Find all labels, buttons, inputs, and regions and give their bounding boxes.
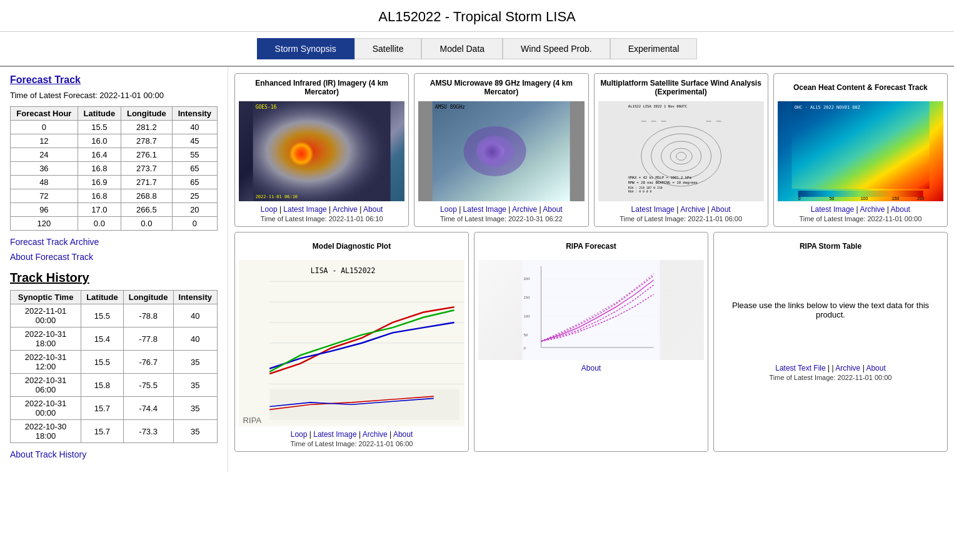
card-ripa-forecast-title: RIPA Forecast <box>566 236 616 256</box>
forecast-table-row: 0 15.5 281.2 40 <box>11 121 218 134</box>
link-ir-loop[interactable]: Loop <box>261 205 278 214</box>
link-model-archive[interactable]: Archive <box>363 430 388 439</box>
about-track-history-link[interactable]: About Track History <box>10 449 86 459</box>
svg-text:LISA - AL152022: LISA - AL152022 <box>311 266 376 275</box>
link-ohc-about[interactable]: About <box>891 205 910 214</box>
link-amsu-about[interactable]: About <box>543 205 562 214</box>
forecast-cell-lat: 0.0 <box>78 217 121 231</box>
svg-text:100: 100 <box>524 314 531 318</box>
forecast-track-link[interactable]: Forecast Track <box>10 74 81 85</box>
forecast-cell-lon: 281.2 <box>121 121 172 134</box>
card-model-diag-image[interactable]: LISA - AL152022 <box>239 260 464 426</box>
card-ripa-forecast: RIPA Forecast <box>474 232 708 452</box>
tab-model-data[interactable]: Model Data <box>421 38 503 59</box>
track-cell-intensity: 40 <box>173 328 217 351</box>
ripa-storm-text: Please use the links below to view the t… <box>718 294 943 326</box>
link-amsu-archive[interactable]: Archive <box>512 205 537 214</box>
link-ohc-latest[interactable]: Latest Image <box>811 205 854 214</box>
forecast-cell-lat: 16.8 <box>78 162 121 176</box>
svg-text:VMAX = 42 kt MSLP = 1001.2 hPa: VMAX = 42 kt MSLP = 1001.2 hPa <box>628 176 691 179</box>
forecast-cell-lat: 16.8 <box>78 189 121 203</box>
forecast-cell-lat: 15.5 <box>78 121 121 134</box>
svg-text:OHC - AL15 2022 NOV01 00Z: OHC - AL15 2022 NOV01 00Z <box>794 105 860 110</box>
forecast-cell-intensity: 65 <box>172 162 217 176</box>
card-enhanced-ir-time: Time of Latest Image: 2022-11-01 06:10 <box>261 215 383 222</box>
card-wind-links: Latest Image | Archive | About <box>631 205 731 214</box>
tab-satellite[interactable]: Satellite <box>354 38 422 59</box>
link-wind-latest[interactable]: Latest Image <box>631 205 675 214</box>
link-model-loop[interactable]: Loop <box>291 430 308 439</box>
card-wind-image[interactable]: AL1522 LISA 2022 1 Nov 06UTC <box>598 101 764 201</box>
track-table-row: 2022-10-31 06:00 15.8 -75.5 35 <box>11 374 218 397</box>
svg-text:50: 50 <box>524 333 528 337</box>
card-ohc-image[interactable]: OHC - AL15 2022 NOV01 00Z <box>778 101 943 201</box>
track-table-row: 2022-10-31 00:00 15.7 -74.4 35 <box>11 397 218 420</box>
track-cell-lon: -77.8 <box>123 328 173 351</box>
svg-text:2022-11-01 06:10: 2022-11-01 06:10 <box>256 194 298 199</box>
forecast-col-lat: Latitude <box>78 107 121 121</box>
link-ripa-storm-about[interactable]: About <box>866 364 885 372</box>
forecast-time: Time of Latest Forecast: 2022-11-01 00:0… <box>10 91 218 100</box>
link-ripa-storm-text[interactable]: Latest Text File <box>775 364 825 372</box>
link-amsu-latest[interactable]: Latest Image <box>463 205 506 214</box>
svg-point-5 <box>464 126 526 176</box>
link-wind-about[interactable]: About <box>711 205 730 214</box>
svg-text:RIPA: RIPA <box>243 416 262 425</box>
about-track-history-section: About Track History <box>10 449 218 459</box>
tab-storm-synopsis[interactable]: Storm Synopsis <box>257 38 354 59</box>
card-enhanced-ir: Enhanced Infrared (IR) Imagery (4 km Mer… <box>234 73 409 227</box>
link-ripa-storm-archive[interactable]: Archive <box>835 364 860 372</box>
svg-rect-25 <box>791 101 929 189</box>
card-amsu-image[interactable]: AMSU 89GHz <box>418 101 584 201</box>
link-ir-about[interactable]: About <box>363 205 383 214</box>
forecast-track-archive-link[interactable]: Forecast Track Archive <box>10 237 99 247</box>
card-amsu: AMSU Microwave 89 GHz Imagery (4 km Merc… <box>414 73 588 227</box>
card-ripa-forecast-image[interactable]: 0 50 100 150 200 <box>478 260 704 360</box>
forecast-cell-lat: 17.0 <box>78 203 121 217</box>
svg-rect-41 <box>269 389 459 420</box>
link-model-about[interactable]: About <box>393 430 413 439</box>
link-ohc-archive[interactable]: Archive <box>860 205 885 214</box>
forecast-cell-hour: 24 <box>11 148 78 162</box>
track-cell-intensity: 35 <box>173 374 217 397</box>
svg-rect-43 <box>523 260 660 360</box>
link-ir-archive[interactable]: Archive <box>333 205 358 214</box>
svg-text:AL1522  LISA 2022  1 Nov 06UTC: AL1522 LISA 2022 1 Nov 06UTC <box>628 104 686 108</box>
card-ohc-time: Time of Latest Image: 2022-11-01 00:00 <box>799 215 921 222</box>
svg-text:50: 50 <box>829 196 834 201</box>
link-ripa-forecast-about[interactable]: About <box>581 364 601 372</box>
tab-wind-speed-prob[interactable]: Wind Speed Prob. <box>503 38 610 59</box>
card-wind: Multiplatform Satellite Surface Wind Ana… <box>594 73 768 227</box>
forecast-cell-lon: 268.8 <box>121 189 172 203</box>
card-model-diag: Model Diagnostic Plot LISA - AL152022 <box>234 232 469 452</box>
forecast-cell-hour: 0 <box>11 121 78 134</box>
forecast-cell-intensity: 40 <box>172 121 217 134</box>
card-enhanced-ir-image[interactable]: GOES-16 2022-11-01 06:10 <box>239 101 404 201</box>
forecast-cell-lon: 276.1 <box>121 148 172 162</box>
link-wind-archive[interactable]: Archive <box>680 205 705 214</box>
link-model-latest[interactable]: Latest Image <box>313 430 356 439</box>
track-cell-time: 2022-10-31 12:00 <box>11 351 81 374</box>
link-ir-latest[interactable]: Latest Image <box>283 205 326 214</box>
tab-experimental[interactable]: Experimental <box>610 38 698 59</box>
card-model-diag-time: Time of Latest Image: 2022-11-01 06:00 <box>291 440 413 448</box>
link-amsu-loop[interactable]: Loop <box>440 205 457 214</box>
svg-text:0: 0 <box>798 196 800 201</box>
forecast-col-intensity: Intensity <box>172 107 217 121</box>
card-ripa-storm-time: Time of Latest Image: 2022-11-01 00:00 <box>770 374 892 381</box>
forecast-cell-lat: 16.4 <box>78 148 121 162</box>
page-title: AL152022 - Tropical Storm LISA <box>0 0 954 32</box>
forecast-cell-intensity: 65 <box>172 176 217 189</box>
forecast-cell-intensity: 25 <box>172 189 217 203</box>
track-cell-lat: 15.8 <box>81 374 124 397</box>
card-ripa-forecast-links: About <box>581 364 601 372</box>
track-table-row: 2022-10-30 18:00 15.7 -73.3 35 <box>11 420 218 443</box>
svg-rect-4 <box>433 101 570 201</box>
right-panel: Enhanced Infrared (IR) Imagery (4 km Mer… <box>228 67 954 472</box>
about-forecast-track-link[interactable]: About Forecast Track <box>10 252 93 262</box>
track-table-row: 2022-11-01 00:00 15.5 -78.8 40 <box>11 304 218 328</box>
card-ripa-storm: RIPA Storm Table Please use the links be… <box>713 232 948 452</box>
track-col-intensity: Intensity <box>173 291 217 304</box>
card-ripa-storm-body: Please use the links below to view the t… <box>718 260 943 360</box>
track-history-title: Track History <box>10 271 218 285</box>
